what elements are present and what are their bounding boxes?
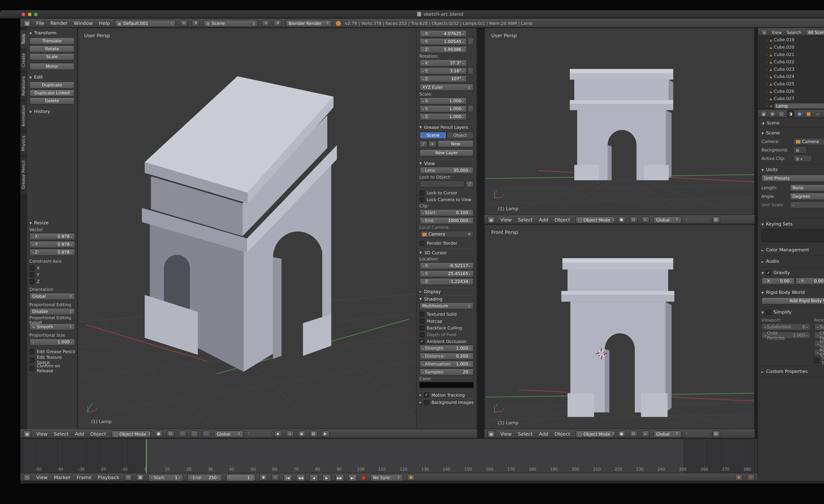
mode-select[interactable]: ◯Object Mode↕ xyxy=(575,216,614,224)
frame-start-field[interactable]: Start:1 xyxy=(148,474,183,481)
translate-button[interactable]: Translate xyxy=(29,37,75,45)
menu-view[interactable]: View xyxy=(499,217,513,223)
menu-window[interactable]: Window xyxy=(73,20,94,26)
menu-view[interactable]: View xyxy=(35,475,49,480)
snap-icon[interactable]: ∪ xyxy=(286,430,294,437)
shading-panel-header[interactable]: ▼Shading xyxy=(419,295,474,302)
viewport-shading-icon[interactable]: ● xyxy=(618,430,625,437)
simplify-viewport-particles-field[interactable]: Child Particles1.000 xyxy=(761,332,811,339)
delete-layout-button[interactable]: ✕ xyxy=(192,20,200,26)
outliner-row[interactable]: ◦▲Cube.026◉▸▪ xyxy=(758,88,824,95)
insert-keyframe-icon[interactable]: ＋ xyxy=(271,474,279,481)
tab-world-icon[interactable]: ● xyxy=(796,110,803,117)
outliner-row[interactable]: ◦▲Cube.020◉▸▪ xyxy=(758,43,824,51)
mode-select[interactable]: ◯Object Mode↕ xyxy=(575,430,614,437)
background-images-checkbox[interactable] xyxy=(424,400,429,405)
snap-icon[interactable]: ∪ xyxy=(641,217,649,223)
menu-select[interactable]: Select xyxy=(53,431,70,436)
pivot-point-icon[interactable]: ⊙ xyxy=(629,217,637,223)
render-border-checkbox[interactable] xyxy=(419,240,424,245)
proportional-editing-select[interactable]: Disable↕ xyxy=(29,308,75,315)
history-panel-header[interactable]: ▼History xyxy=(29,108,75,115)
outliner-display-mode-select[interactable]: All Scenes↕ xyxy=(805,29,824,35)
menu-marker[interactable]: Marker xyxy=(53,475,72,480)
mode-select[interactable]: ◯Object Mode↕ xyxy=(111,430,150,437)
transform-orientation-select[interactable]: Global↕ xyxy=(653,430,682,437)
lens-field[interactable]: Lens:35.000 xyxy=(419,167,474,174)
display-panel-header[interactable]: ►Display xyxy=(419,287,474,295)
expand-icon[interactable]: ◦ xyxy=(766,82,768,86)
viewport-main[interactable]: User Persp xy (1) Lamp X:4.07625 Y:1.005… xyxy=(78,28,477,429)
tab-render-icon[interactable]: ▣ xyxy=(769,110,776,117)
transform-panel-header[interactable]: ▼Transform xyxy=(29,29,75,37)
simplify-shadow-samples-field[interactable]: Shadow Samples:16 xyxy=(814,340,824,348)
menu-search[interactable]: Search xyxy=(786,30,802,35)
resize-panel-header[interactable]: ▼Resize xyxy=(29,219,75,227)
menu-view[interactable]: View xyxy=(499,431,513,436)
resize-x-field[interactable]: X:0.978 xyxy=(29,233,75,240)
scene-panel-header[interactable]: ▼Scene xyxy=(761,129,824,137)
transform-orientation-select[interactable]: Global↕ xyxy=(214,430,243,437)
record-button[interactable] xyxy=(361,475,366,480)
delete-scene-button[interactable]: ✕ xyxy=(274,20,282,26)
gravity-x-field[interactable]: X:0.00 xyxy=(761,277,795,285)
motion-tracking-checkbox[interactable] xyxy=(424,392,429,397)
color-management-panel-header[interactable]: ►Color Management xyxy=(761,246,824,254)
orientation-select[interactable]: Global↕ xyxy=(29,293,75,300)
cursor-panel-header[interactable]: ▼3D Cursor xyxy=(419,249,474,256)
custom-properties-panel-header[interactable]: ►Custom Properties xyxy=(761,368,824,375)
outliner-row-lamp[interactable]: ◦☼Lamp◉▸▪ xyxy=(758,102,824,110)
outliner-row[interactable]: ◦▲Cube.024◉▸▪ xyxy=(758,73,824,80)
editor-type-icon[interactable]: ▣ xyxy=(487,430,495,437)
rotation-x-field[interactable]: X:37.3° xyxy=(419,59,467,67)
expand-icon[interactable]: ◦ xyxy=(766,104,768,108)
previous-keyframe-button[interactable]: ◀◀ xyxy=(296,474,305,481)
jump-to-start-button[interactable]: |◀ xyxy=(283,474,292,481)
timeline-ruler[interactable]: -50-40-30-20-100102030405060708090100110… xyxy=(20,438,757,474)
scale-button[interactable]: Scale xyxy=(29,53,75,60)
view-panel-header[interactable]: ▼View xyxy=(419,159,474,167)
scene-camera-field[interactable]: Camera✕ xyxy=(793,138,824,145)
rotate-button[interactable]: Rotate xyxy=(29,45,75,52)
lock-to-cursor-checkbox[interactable] xyxy=(419,190,424,195)
resize-y-field[interactable]: Y:0.978 xyxy=(29,241,75,248)
keying-set-icon[interactable]: ◆ xyxy=(260,474,267,481)
expand-icon[interactable]: ◦ xyxy=(766,75,768,79)
outliner-row[interactable]: ◦▲Cube.025◉▸▪ xyxy=(758,80,824,88)
render-opengl-icon[interactable]: ▤ xyxy=(712,217,720,223)
menu-help[interactable]: Help xyxy=(98,20,111,26)
tab-render-layers-icon[interactable]: ▤ xyxy=(778,110,785,117)
use-preview-range-icon[interactable]: ◷ xyxy=(124,474,132,481)
expand-icon[interactable]: ◦ xyxy=(766,38,768,42)
textured-solid-checkbox[interactable] xyxy=(419,311,424,317)
screen-layout-selector[interactable]: ▦Default.001↕ xyxy=(115,19,176,27)
paste-pose-icon[interactable]: ◆ xyxy=(747,474,755,481)
viewport-top-right[interactable]: User Persp xz (1) Lamp xyxy=(485,28,755,215)
cursor-x-field[interactable]: X:-6.52117 xyxy=(419,262,474,270)
simplify-panel-header[interactable]: ▼Simplify xyxy=(761,308,824,316)
ambient-occlusion-checkbox[interactable] xyxy=(419,339,424,344)
lock-frame-range-icon[interactable]: ▦ xyxy=(136,474,144,481)
matcap-checkbox[interactable] xyxy=(419,319,424,324)
lock-object-field[interactable] xyxy=(419,180,465,187)
lock-camera-checkbox[interactable] xyxy=(419,197,424,202)
axis-y-checkbox[interactable] xyxy=(29,272,34,277)
expand-icon[interactable]: ◦ xyxy=(766,52,768,56)
lock-icon[interactable] xyxy=(468,38,474,45)
rotation-z-field[interactable]: Z:107° xyxy=(419,75,467,83)
rigid-body-panel-header[interactable]: ▼Rigid Body World xyxy=(761,289,824,296)
duplicate-linked-button[interactable]: Duplicate Linked xyxy=(29,89,75,97)
tab-object-data-icon[interactable]: ▽ xyxy=(823,110,824,117)
cursor-z-field[interactable]: Z:-1.22434 xyxy=(419,278,474,285)
tab-tools[interactable]: Tools xyxy=(20,30,27,48)
menu-add[interactable]: Add xyxy=(538,431,549,436)
units-panel-header[interactable]: ▼Units xyxy=(761,166,824,173)
play-button[interactable]: ▶ xyxy=(322,474,331,481)
gravity-panel-header[interactable]: ▼Gravity xyxy=(761,269,824,276)
active-clip-field[interactable]: ▥▸ xyxy=(793,155,812,162)
menu-object[interactable]: Object xyxy=(553,431,572,436)
location-y-field[interactable]: Y:1.00545 xyxy=(419,38,467,45)
manipulator-translate-icon[interactable]: + xyxy=(178,430,186,437)
viewport-shading-icon[interactable]: ● xyxy=(618,217,625,223)
skip-quad-checkbox[interactable] xyxy=(814,358,819,363)
